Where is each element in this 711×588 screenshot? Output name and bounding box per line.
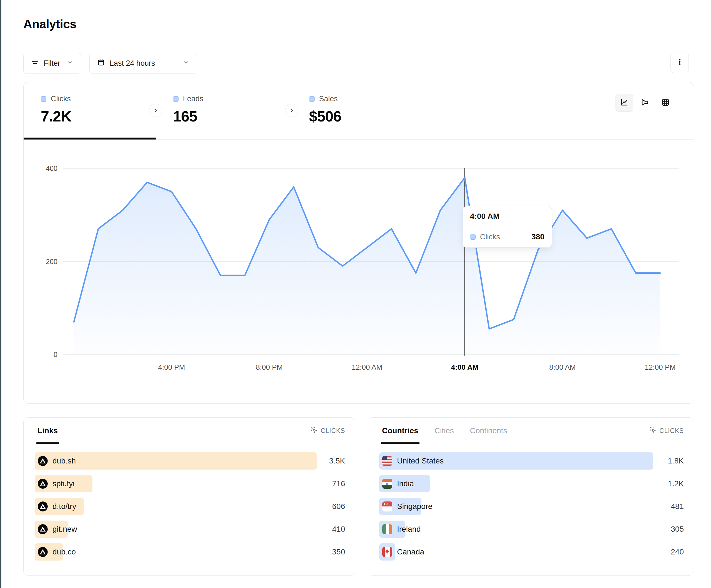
countries-panel: CountriesCitiesContinents CLICKS United … (368, 417, 694, 575)
links-panel-header: Links CLICKS (24, 418, 355, 444)
country-row[interactable]: Singapore481 (379, 498, 684, 515)
row-label: dub.sh (52, 456, 76, 466)
ca-flag-icon (382, 547, 392, 557)
countries-sort-by-clicks[interactable]: CLICKS (649, 426, 684, 435)
row-value: 3.5K (329, 456, 345, 466)
row-value: 716 (332, 479, 345, 488)
link-row[interactable]: dub.sh3.5K (35, 452, 345, 470)
clicks-area-chart[interactable] (24, 82, 694, 404)
x-axis-tick: 4:00 PM (158, 363, 185, 372)
row-value: 410 (332, 525, 345, 534)
links-panel: Links CLICKS dub.sh3.5Kspti.fyi716d.to/t… (23, 417, 356, 575)
dub-logo-icon (38, 456, 48, 466)
row-label: dub.co (52, 547, 76, 557)
link-row[interactable]: dub.co350 (35, 543, 345, 561)
x-axis-tick: 12:00 PM (645, 363, 675, 372)
analytics-chart-card: Clicks 7.2K Leads 165 Sales $506 (23, 82, 694, 404)
row-value: 1.8K (668, 456, 684, 466)
us-flag-icon (382, 456, 392, 466)
calendar-icon (97, 58, 105, 68)
chart-tooltip: 4:00 AM Clicks 380 (462, 206, 552, 248)
tooltip-time: 4:00 AM (463, 206, 552, 226)
link-row[interactable]: git.new410 (35, 521, 345, 538)
y-axis-tick: 200 (33, 257, 58, 266)
date-range-button[interactable]: Last 24 hours (89, 53, 197, 74)
row-value: 240 (671, 547, 684, 557)
tab-countries[interactable]: Countries (382, 418, 418, 444)
chevron-down-icon (182, 59, 190, 68)
x-axis-tick: 8:00 PM (256, 363, 283, 372)
row-label: d.to/try (52, 502, 76, 511)
row-label: spti.fyi (52, 479, 74, 488)
country-row[interactable]: Ireland305 (379, 521, 684, 538)
country-row[interactable]: India1.2K (379, 475, 684, 492)
more-options-button[interactable] (670, 51, 689, 73)
tooltip-value: 380 (531, 232, 544, 241)
links-sort-by-clicks[interactable]: CLICKS (310, 426, 345, 435)
cursor-click-icon (649, 426, 656, 435)
tab-continents[interactable]: Continents (470, 418, 507, 444)
kebab-menu-icon (675, 58, 684, 67)
dub-logo-icon (38, 547, 48, 557)
sg-flag-icon (382, 501, 392, 512)
tab-links[interactable]: Links (38, 418, 58, 444)
date-range-label: Last 24 hours (110, 59, 155, 68)
row-value: 350 (332, 547, 345, 557)
row-value: 606 (332, 502, 345, 511)
ie-flag-icon (382, 524, 392, 534)
tooltip-legend-square (470, 234, 476, 240)
chart-area-fill (74, 178, 660, 355)
tab-cities[interactable]: Cities (434, 418, 454, 444)
row-label: Singapore (397, 502, 433, 511)
row-label: git.new (52, 525, 77, 534)
row-label: India (397, 479, 414, 488)
row-bar (35, 452, 317, 470)
chevron-down-icon (66, 59, 73, 68)
x-axis-tick: 4:00 AM (451, 363, 479, 372)
row-label: Canada (397, 547, 424, 557)
filter-button[interactable]: Filter (23, 53, 81, 74)
dub-logo-icon (38, 524, 48, 534)
countries-panel-header: CountriesCitiesContinents CLICKS (368, 418, 694, 444)
sidebar-edge (0, 0, 1, 588)
countries-rows: United States1.8KIndia1.2KSingapore481Ir… (379, 452, 684, 566)
page-title: Analytics (23, 17, 76, 31)
dub-logo-icon (38, 501, 48, 512)
in-flag-icon (382, 479, 392, 489)
x-axis-tick: 12:00 AM (352, 363, 382, 372)
row-value: 481 (671, 502, 684, 511)
link-row[interactable]: spti.fyi716 (35, 475, 345, 492)
link-row[interactable]: d.to/try606 (35, 498, 345, 515)
country-row[interactable]: Canada240 (379, 543, 684, 561)
row-label: United States (397, 456, 444, 466)
row-label: Ireland (397, 525, 421, 534)
cursor-click-icon (310, 426, 318, 435)
filter-icon (31, 58, 39, 68)
y-axis-tick: 400 (33, 164, 58, 173)
country-row[interactable]: United States1.8K (379, 452, 684, 470)
y-axis-tick: 0 (33, 350, 58, 359)
links-rows: dub.sh3.5Kspti.fyi716d.to/try606git.new4… (35, 452, 345, 566)
row-value: 305 (671, 525, 684, 534)
row-value: 1.2K (668, 479, 684, 488)
tooltip-series-label: Clicks (480, 233, 527, 241)
x-axis-tick: 8:00 AM (549, 363, 576, 372)
dub-logo-icon (38, 479, 48, 489)
filter-label: Filter (44, 59, 60, 68)
